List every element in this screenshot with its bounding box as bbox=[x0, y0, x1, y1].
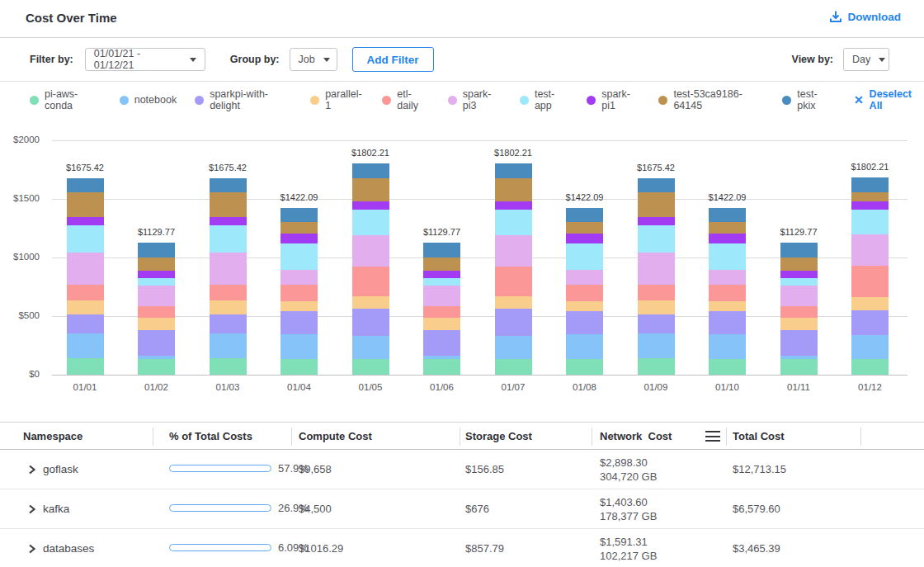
bar-segment-spark-pi1[interactable] bbox=[495, 201, 532, 210]
bar-segment-parallel-1[interactable] bbox=[709, 301, 746, 310]
bar-segment-parallel-1[interactable] bbox=[638, 300, 675, 314]
bar-segment-test-app[interactable] bbox=[495, 210, 532, 235]
bar-segment-spark-pi3[interactable] bbox=[780, 286, 818, 306]
bar-segment-etl-daily[interactable] bbox=[280, 285, 318, 301]
bar-segment-spark-pi1[interactable] bbox=[352, 201, 389, 210]
bar-segment-pi-aws-conda[interactable] bbox=[67, 358, 104, 375]
bar-segment-etl-daily[interactable] bbox=[495, 267, 532, 297]
bar-segment-etl-daily[interactable] bbox=[352, 267, 389, 297]
bar-segment-etl-daily[interactable] bbox=[423, 306, 460, 318]
bar-segment-spark-pi1[interactable] bbox=[638, 217, 675, 225]
bar-segment-spark-pi3[interactable] bbox=[638, 253, 675, 286]
bar-segment-pi-aws-conda[interactable] bbox=[638, 358, 675, 375]
bar-segment-pi-aws-conda[interactable] bbox=[280, 359, 318, 375]
table-row-goflask[interactable]: goflask 57.9% $9,658 $156.85 $2,898.3030… bbox=[0, 450, 924, 489]
bar-segment-notebook[interactable] bbox=[566, 334, 603, 359]
bar-segment-etl-daily[interactable] bbox=[566, 285, 603, 301]
bar-01/08[interactable] bbox=[566, 208, 603, 375]
bar-segment-parallel-1[interactable] bbox=[423, 318, 460, 330]
bar-segment-etl-daily[interactable] bbox=[138, 306, 175, 318]
bar-segment-parallel-1[interactable] bbox=[495, 296, 532, 309]
download-button[interactable]: Download bbox=[829, 10, 902, 23]
bar-segment-spark-pi1[interactable] bbox=[210, 217, 247, 225]
bar-segment-notebook[interactable] bbox=[638, 333, 675, 358]
bar-segment-sparkpi-with-delight[interactable] bbox=[851, 310, 889, 335]
bar-segment-parallel-1[interactable] bbox=[210, 300, 247, 314]
bar-segment-sparkpi-with-delight[interactable] bbox=[709, 311, 746, 334]
bar-segment-parallel-1[interactable] bbox=[851, 297, 889, 310]
bar-segment-pi-aws-conda[interactable] bbox=[352, 359, 389, 375]
bar-segment-test-app[interactable] bbox=[210, 225, 247, 253]
bar-01/07[interactable] bbox=[495, 163, 532, 375]
table-menu-icon[interactable] bbox=[705, 431, 720, 442]
bar-segment-notebook[interactable] bbox=[67, 333, 104, 358]
bar-segment-parallel-1[interactable] bbox=[566, 301, 603, 310]
bar-segment-sparkpi-with-delight[interactable] bbox=[495, 309, 532, 335]
bar-segment-test-53ca9186-64145[interactable] bbox=[423, 258, 460, 270]
bar-segment-test-app[interactable] bbox=[709, 243, 746, 270]
bar-segment-etl-daily[interactable] bbox=[638, 285, 675, 300]
bar-segment-sparkpi-with-delight[interactable] bbox=[638, 314, 675, 334]
bar-segment-test-pkix[interactable] bbox=[709, 208, 746, 222]
bar-01/01[interactable] bbox=[67, 178, 104, 375]
bar-segment-spark-pi3[interactable] bbox=[210, 253, 247, 286]
bar-segment-etl-daily[interactable] bbox=[709, 285, 746, 301]
bar-segment-test-app[interactable] bbox=[780, 278, 818, 285]
bar-segment-spark-pi1[interactable] bbox=[851, 201, 889, 210]
bar-segment-sparkpi-with-delight[interactable] bbox=[280, 311, 318, 334]
chevron-right-icon[interactable] bbox=[27, 465, 36, 475]
bar-segment-parallel-1[interactable] bbox=[280, 301, 318, 310]
bar-segment-spark-pi1[interactable] bbox=[423, 271, 460, 279]
bar-segment-spark-pi3[interactable] bbox=[495, 235, 532, 267]
bar-segment-spark-pi1[interactable] bbox=[709, 234, 746, 243]
bar-segment-sparkpi-with-delight[interactable] bbox=[138, 330, 175, 356]
bar-segment-pi-aws-conda[interactable] bbox=[709, 359, 746, 375]
bar-segment-test-app[interactable] bbox=[423, 278, 460, 285]
bar-segment-spark-pi1[interactable] bbox=[566, 234, 603, 243]
bar-segment-test-53ca9186-64145[interactable] bbox=[67, 192, 104, 216]
bar-segment-parallel-1[interactable] bbox=[780, 318, 818, 330]
bar-segment-test-app[interactable] bbox=[638, 225, 675, 253]
bar-segment-pi-aws-conda[interactable] bbox=[566, 359, 603, 375]
deselect-all-button[interactable]: ✕ Deselect All bbox=[854, 88, 924, 111]
bar-segment-test-53ca9186-64145[interactable] bbox=[709, 222, 746, 234]
bar-segment-test-app[interactable] bbox=[566, 243, 603, 270]
bar-segment-test-pkix[interactable] bbox=[210, 178, 247, 192]
bar-segment-spark-pi3[interactable] bbox=[423, 286, 460, 306]
bar-segment-test-pkix[interactable] bbox=[280, 208, 318, 222]
bar-segment-pi-aws-conda[interactable] bbox=[495, 359, 532, 375]
bar-01/10[interactable] bbox=[709, 208, 746, 375]
bar-segment-test-pkix[interactable] bbox=[352, 163, 389, 177]
group-by-dropdown[interactable]: Job bbox=[290, 48, 337, 71]
bar-01/05[interactable] bbox=[352, 163, 389, 375]
bar-segment-spark-pi1[interactable] bbox=[67, 217, 104, 225]
bar-segment-spark-pi3[interactable] bbox=[566, 270, 603, 285]
bar-segment-pi-aws-conda[interactable] bbox=[210, 358, 247, 375]
chevron-right-icon[interactable] bbox=[27, 544, 36, 554]
bar-segment-spark-pi3[interactable] bbox=[709, 270, 746, 285]
bar-segment-test-pkix[interactable] bbox=[138, 243, 175, 258]
legend-item-spark-pi1[interactable]: spark-pi1 bbox=[587, 88, 640, 111]
bar-segment-etl-daily[interactable] bbox=[210, 285, 247, 300]
legend-item-notebook[interactable]: notebook bbox=[120, 94, 177, 106]
bar-segment-test-53ca9186-64145[interactable] bbox=[851, 192, 889, 201]
bar-segment-sparkpi-with-delight[interactable] bbox=[423, 330, 460, 356]
bar-01/02[interactable] bbox=[138, 243, 175, 375]
bar-segment-notebook[interactable] bbox=[495, 336, 532, 360]
bar-segment-pi-aws-conda[interactable] bbox=[780, 359, 818, 375]
bar-segment-spark-pi1[interactable] bbox=[280, 234, 318, 243]
bar-segment-parallel-1[interactable] bbox=[138, 318, 175, 330]
table-row-databases[interactable]: databases 6.09% $1016.29 $857.79 $1,591.… bbox=[0, 529, 924, 567]
bar-segment-test-pkix[interactable] bbox=[67, 178, 104, 192]
bar-segment-notebook[interactable] bbox=[352, 336, 389, 360]
bar-segment-sparkpi-with-delight[interactable] bbox=[780, 330, 818, 356]
bar-segment-test-pkix[interactable] bbox=[423, 243, 460, 258]
bar-segment-etl-daily[interactable] bbox=[67, 285, 104, 300]
bar-01/11[interactable] bbox=[780, 243, 818, 375]
bar-segment-test-pkix[interactable] bbox=[780, 243, 818, 258]
bar-segment-test-app[interactable] bbox=[851, 210, 889, 234]
bar-segment-notebook[interactable] bbox=[709, 334, 746, 359]
bar-segment-spark-pi3[interactable] bbox=[138, 286, 175, 306]
bar-segment-test-53ca9186-64145[interactable] bbox=[780, 258, 818, 270]
bar-segment-test-pkix[interactable] bbox=[638, 178, 675, 192]
